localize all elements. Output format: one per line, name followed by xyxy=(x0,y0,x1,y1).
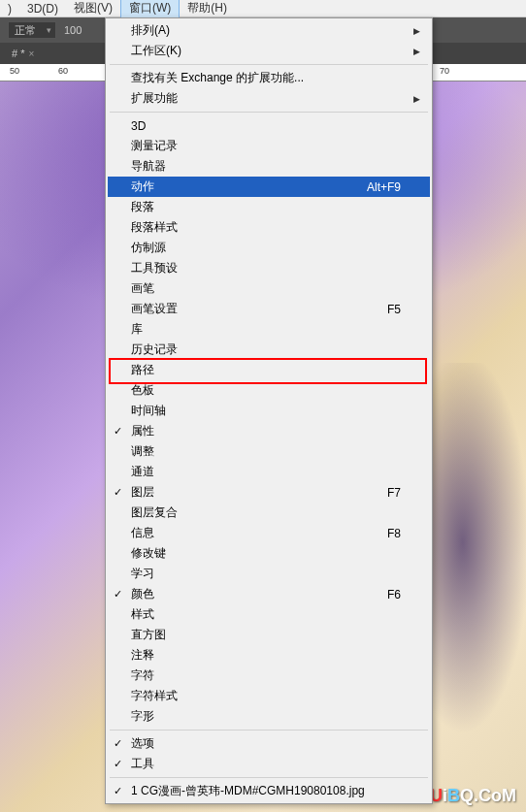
watermark: UiBQ.CoM xyxy=(430,786,516,806)
check-icon: ✓ xyxy=(114,588,122,601)
tab-label: # * xyxy=(12,48,24,59)
shortcut-label: F5 xyxy=(387,303,401,316)
menu-info[interactable]: 信息F8 xyxy=(108,523,430,543)
menu-tool-presets[interactable]: 工具预设 xyxy=(108,258,430,278)
menu-extensions[interactable]: 扩展功能 xyxy=(108,88,430,109)
menu-modifier-keys[interactable]: 修改键 xyxy=(108,543,430,564)
close-icon[interactable]: × xyxy=(28,49,34,59)
menu-separator xyxy=(110,64,428,65)
menubar-item-edit-partial[interactable]: ) xyxy=(0,0,19,17)
check-icon: ✓ xyxy=(114,737,122,750)
document-tab[interactable]: # * × xyxy=(6,48,40,59)
window-dropdown-menu: 排列(A) 工作区(K) 查找有关 Exchange 的扩展功能... 扩展功能… xyxy=(105,17,433,804)
menu-character-styles[interactable]: 字符样式 xyxy=(108,686,430,706)
menu-glyphs[interactable]: 字形 xyxy=(108,706,430,727)
shortcut-label: F7 xyxy=(387,486,401,500)
menu-paragraph[interactable]: 段落 xyxy=(108,197,430,217)
menu-paths[interactable]: 路径 xyxy=(108,360,430,380)
menu-navigator[interactable]: 导航器 xyxy=(108,156,430,177)
shortcut-label: Alt+F9 xyxy=(367,180,401,194)
menu-brush-settings[interactable]: 画笔设置F5 xyxy=(108,299,430,319)
menu-learn[interactable]: 学习 xyxy=(108,564,430,584)
menu-history[interactable]: 历史记录 xyxy=(108,340,430,360)
menu-clone-source[interactable]: 仿制源 xyxy=(108,238,430,258)
check-icon: ✓ xyxy=(114,486,122,499)
menu-paragraph-styles[interactable]: 段落样式 xyxy=(108,217,430,238)
ruler-tick-70: 70 xyxy=(440,66,449,76)
menu-histogram[interactable]: 直方图 xyxy=(108,625,430,645)
check-icon: ✓ xyxy=(114,758,122,770)
menu-libraries[interactable]: 库 xyxy=(108,319,430,340)
check-icon: ✓ xyxy=(114,425,122,438)
menu-brushes[interactable]: 画笔 xyxy=(108,278,430,299)
menu-separator xyxy=(110,112,428,113)
menu-color[interactable]: ✓颜色F6 xyxy=(108,584,430,604)
menubar-item-view[interactable]: 视图(V) xyxy=(66,0,120,18)
menu-layer-comps[interactable]: 图层复合 xyxy=(108,503,430,523)
menu-adjustments[interactable]: 调整 xyxy=(108,441,430,462)
menu-workspace[interactable]: 工作区(K) xyxy=(108,41,430,61)
menubar-item-window[interactable]: 窗口(W) xyxy=(120,0,180,19)
menu-layers[interactable]: ✓图层F7 xyxy=(108,482,430,503)
menu-options[interactable]: ✓选项 xyxy=(108,733,430,754)
menu-timeline[interactable]: 时间轴 xyxy=(108,401,430,421)
menu-swatches[interactable]: 色板 xyxy=(108,380,430,401)
menubar-item-3d[interactable]: 3D(D) xyxy=(19,0,66,17)
ruler-tick-60: 60 xyxy=(58,66,68,76)
menubar: ) 3D(D) 视图(V) 窗口(W) 帮助(H) xyxy=(0,0,526,17)
menu-actions[interactable]: 动作Alt+F9 xyxy=(108,177,430,197)
menu-character[interactable]: 字符 xyxy=(108,666,430,686)
menu-separator xyxy=(110,730,428,731)
menu-open-document-1[interactable]: ✓1 CG漫画-曾英玮-MDM#CGMH19080108.jpg xyxy=(108,781,430,801)
menu-styles[interactable]: 样式 xyxy=(108,604,430,625)
check-icon: ✓ xyxy=(114,785,122,797)
menu-notes[interactable]: 注释 xyxy=(108,645,430,666)
ruler-tick-50: 50 xyxy=(10,66,19,76)
shortcut-label: F8 xyxy=(387,527,401,540)
menu-3d[interactable]: 3D xyxy=(108,115,430,136)
menu-separator xyxy=(110,777,428,778)
shortcut-label: F6 xyxy=(387,588,401,601)
toolbar-text: 100 xyxy=(64,24,82,36)
menu-measurement-log[interactable]: 测量记录 xyxy=(108,136,430,156)
menu-properties[interactable]: ✓属性 xyxy=(108,421,430,441)
menu-arrange[interactable]: 排列(A) xyxy=(108,20,430,41)
menubar-item-help[interactable]: 帮助(H) xyxy=(180,0,235,18)
menu-find-extensions[interactable]: 查找有关 Exchange 的扩展功能... xyxy=(108,68,430,88)
menu-channels[interactable]: 通道 xyxy=(108,462,430,482)
blend-mode-select[interactable]: 正常 xyxy=(8,21,56,39)
menu-tools[interactable]: ✓工具 xyxy=(108,754,430,774)
